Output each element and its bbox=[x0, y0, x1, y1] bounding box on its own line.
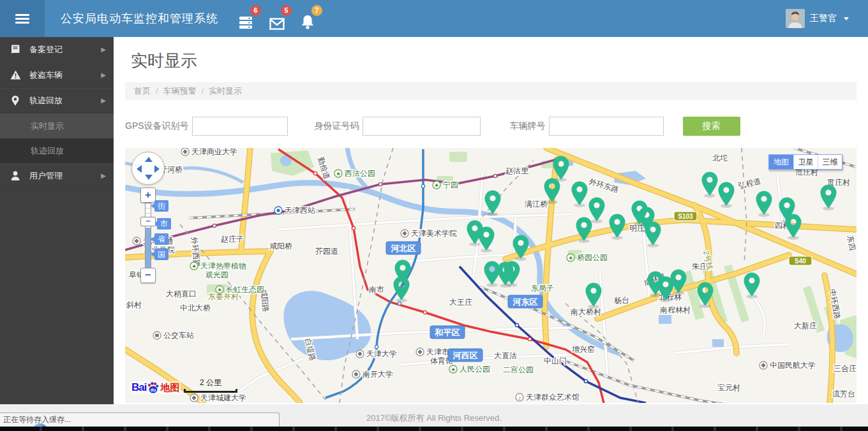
vehicle-marker[interactable] bbox=[586, 283, 602, 309]
school-icon bbox=[401, 230, 408, 237]
zoom-out-button[interactable]: − bbox=[140, 268, 156, 283]
vehicle-marker[interactable] bbox=[645, 222, 661, 248]
sidebar-subitem-realtime-display[interactable]: 实时显示 bbox=[0, 113, 114, 138]
page-title: 实时显示 bbox=[131, 50, 868, 72]
map-place-label: 增兴窑 bbox=[572, 345, 595, 354]
zoom-level-country[interactable]: 国 bbox=[154, 249, 168, 260]
breadcrumb: 首页/车辆预警/实时显示 bbox=[125, 82, 857, 100]
sidebar-item-user-management[interactable]: 用户管理 ▶ bbox=[0, 163, 114, 189]
map-place-label: 中国民航大学 bbox=[770, 361, 816, 370]
map-pan-control[interactable] bbox=[131, 152, 165, 185]
road-badge: S103 bbox=[674, 212, 697, 221]
vehicle-marker[interactable] bbox=[610, 214, 625, 240]
notifications-button[interactable]: 7 bbox=[299, 7, 317, 30]
zoom-slider[interactable] bbox=[145, 203, 151, 268]
map-place-label: 人民公园 bbox=[460, 365, 490, 374]
baidu-paw-icon: du bbox=[147, 381, 160, 394]
messages-button[interactable]: 5 bbox=[268, 7, 286, 30]
zoom-level-province[interactable]: 省 bbox=[154, 233, 168, 245]
map-place-label: 杨台 bbox=[614, 296, 629, 305]
school-icon bbox=[181, 148, 189, 156]
vehicle-marker[interactable] bbox=[786, 214, 802, 240]
map-place-label: 三合庄 bbox=[834, 364, 857, 373]
map-type-satellite[interactable]: 卫星 bbox=[793, 155, 818, 169]
map-type-3d[interactable]: 三维 bbox=[818, 155, 842, 169]
header: 公安局电动车监控和管理系统 6 5 7 bbox=[0, 0, 868, 37]
svg-text:♣: ♣ bbox=[569, 255, 572, 261]
pan-right-button[interactable] bbox=[154, 165, 160, 173]
vehicle-marker[interactable] bbox=[572, 182, 588, 208]
map-place-label: 二宫公园 bbox=[503, 365, 534, 374]
district-badge: 和平区 bbox=[430, 326, 465, 339]
zoom-in-button[interactable]: + bbox=[140, 187, 156, 203]
main-content: 实时显示 首页/车辆预警/实时显示 GPS设备识别号 身份证号码 车辆牌号 搜索 bbox=[114, 37, 868, 404]
district-badge: 河北区 bbox=[386, 242, 421, 254]
sidebar-item-label: 轨迹回放 bbox=[29, 95, 63, 106]
gps-device-input[interactable] bbox=[192, 117, 288, 136]
sidebar-item-registration[interactable]: 备案登记 ▶ bbox=[0, 37, 114, 62]
zoom-level-street[interactable]: 街 bbox=[154, 200, 168, 212]
map-place-label: 中山门 bbox=[544, 356, 567, 365]
vehicle-marker[interactable] bbox=[479, 227, 495, 253]
notifications-badge: 7 bbox=[311, 5, 322, 16]
park-icon: ♣ bbox=[216, 286, 223, 293]
map-place-label: 大王庄 bbox=[449, 298, 472, 307]
svg-text:和平区: 和平区 bbox=[435, 328, 460, 337]
map-type-map[interactable]: 地图 bbox=[769, 155, 793, 169]
map-place-label: 咸阳桥 bbox=[269, 242, 292, 251]
map-place-label: 天津西站 bbox=[285, 206, 315, 215]
sidebar-item-track-playback[interactable]: 轨迹回放 ▶ bbox=[0, 88, 114, 113]
search-button[interactable]: 搜索 bbox=[683, 117, 740, 136]
vehicle-marker[interactable] bbox=[744, 273, 760, 299]
sidebar-subitem-track-playback[interactable]: 轨迹回放 bbox=[0, 138, 114, 163]
tasks-icon bbox=[239, 16, 254, 30]
breadcrumb-vehicle-warning[interactable]: 车辆预警 bbox=[163, 86, 197, 96]
pan-up-button[interactable] bbox=[145, 157, 153, 162]
id-number-label: 身份证号码 bbox=[315, 121, 359, 132]
music-icon: ♪ bbox=[516, 393, 523, 401]
park-icon: ♣ bbox=[190, 262, 198, 270]
vehicle-marker[interactable] bbox=[719, 182, 735, 208]
taskbar[interactable] bbox=[0, 427, 868, 431]
map-place-label: 东四 bbox=[846, 235, 857, 251]
map-place-label: 流芳台 bbox=[832, 390, 855, 398]
school-icon bbox=[133, 237, 140, 245]
messages-badge: 5 bbox=[281, 5, 292, 16]
breadcrumb-home[interactable]: 首页 bbox=[134, 86, 151, 96]
svg-text:♣: ♣ bbox=[451, 367, 455, 372]
pan-down-button[interactable] bbox=[145, 175, 153, 180]
park-icon: ♣ bbox=[334, 170, 342, 177]
baidu-map[interactable]: 天津商业大学子牙河桥勤俭道♣西沽公园♣宁园赵沽里外环东路北坨范庄村贯庄村弘程道满… bbox=[125, 148, 857, 403]
id-number-input[interactable] bbox=[363, 117, 481, 136]
vehicle-marker[interactable] bbox=[821, 185, 837, 211]
map-place-label: 宁园 bbox=[443, 180, 458, 189]
book-icon bbox=[10, 45, 21, 54]
map-place-label: 北坨 bbox=[712, 154, 728, 163]
tasks-button[interactable]: 6 bbox=[237, 7, 255, 30]
vehicle-marker[interactable] bbox=[702, 172, 718, 198]
school-icon bbox=[416, 348, 424, 356]
vehicle-marker[interactable] bbox=[394, 277, 410, 303]
map-place-label: 斜村 bbox=[126, 300, 142, 309]
sidebar-item-label: 备案登记 bbox=[29, 44, 63, 55]
sidebar-item-stolen-vehicles[interactable]: 被盗车辆 ▶ bbox=[0, 62, 114, 88]
user-menu[interactable]: 王警官 bbox=[786, 9, 849, 28]
metro-icon bbox=[274, 207, 282, 214]
header-icons: 6 5 7 bbox=[237, 7, 317, 30]
map-place-label: 南市 bbox=[369, 285, 384, 294]
vehicle-marker[interactable] bbox=[484, 261, 500, 288]
vehicle-marker[interactable] bbox=[589, 198, 605, 224]
map-place-label: 公交车站 bbox=[163, 331, 194, 340]
plate-number-input[interactable] bbox=[549, 117, 664, 136]
map-place-label: 芥园道 bbox=[315, 247, 338, 256]
pan-left-button[interactable] bbox=[137, 165, 142, 173]
map-place-label: 长虹生态园 bbox=[226, 285, 264, 294]
zoom-level-city[interactable]: 市 bbox=[157, 218, 171, 230]
park-icon: ♣ bbox=[449, 365, 457, 373]
vehicle-marker[interactable] bbox=[756, 191, 772, 217]
menu-toggle-button[interactable] bbox=[0, 0, 45, 37]
zoom-slider-handle[interactable]: − bbox=[140, 217, 156, 226]
map-scale: 2 公里 bbox=[184, 377, 237, 393]
user-icon bbox=[10, 171, 21, 180]
breadcrumb-current: 实时显示 bbox=[209, 86, 242, 96]
